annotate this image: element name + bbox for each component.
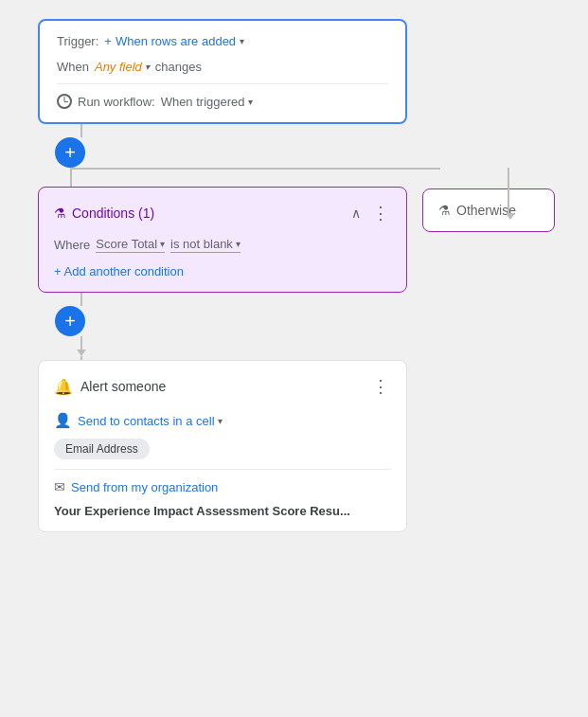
connector-3 <box>80 293 82 306</box>
trigger-action-label: When rows are added <box>116 34 236 48</box>
trigger-when-row: When Any field ▾ changes <box>57 60 388 84</box>
conditions-title: ⚗ Conditions (1) <box>54 206 154 221</box>
arrow-down-icon <box>77 350 86 356</box>
trigger-label: Trigger: <box>57 34 98 48</box>
email-icon: ✉ <box>54 479 65 494</box>
field-arrow: ▾ <box>160 239 165 249</box>
alert-title: 🔔 Alert someone <box>54 378 166 396</box>
any-field-arrow: ▾ <box>145 62 150 72</box>
v-connector-right <box>508 168 509 215</box>
trigger-dropdown-arrow: ▾ <box>240 36 244 46</box>
score-total-dropdown[interactable]: Score Total ▾ <box>96 237 165 253</box>
alert-card: 🔔 Alert someone ⋮ 👤 Send to contacts in … <box>38 360 407 532</box>
add-step-button-2[interactable]: + <box>55 306 85 336</box>
branch-row: ⚗ Conditions (1) ∧ ⋮ Where Score Total ▾… <box>38 187 555 293</box>
changes-label: changes <box>155 60 202 74</box>
otherwise-filter-icon: ⚗ <box>438 203 451 218</box>
clock-icon <box>57 94 72 109</box>
send-contacts-label: Send to contacts in a cell <box>78 414 215 428</box>
trigger-run-row: Run workflow: When triggered ▾ <box>57 94 388 109</box>
add-condition-label: + Add another condition <box>54 264 184 278</box>
bell-icon: 🔔 <box>54 378 73 396</box>
when-label: When <box>57 60 89 74</box>
condition-operator-dropdown[interactable]: is not blank ▾ <box>170 237 241 253</box>
send-contacts-arrow: ▾ <box>218 416 223 426</box>
filter-icon: ⚗ <box>54 206 66 221</box>
run-value: When triggered <box>161 95 245 109</box>
conditions-label: Conditions (1) <box>72 206 154 221</box>
email-subject: Your Experience Impact Assessment Score … <box>54 504 391 518</box>
person-icon: 👤 <box>54 412 72 429</box>
arrow-right-down <box>506 213 515 220</box>
h-connector <box>71 168 440 170</box>
conditions-where-row: Where Score Total ▾ is not blank ▾ <box>54 237 391 253</box>
run-label: Run workflow: <box>78 95 155 109</box>
email-chip: Email Address <box>54 439 150 459</box>
otherwise-wrapper: ⚗ Otherwise <box>422 188 555 232</box>
trigger-action-button[interactable]: + When rows are added ▾ <box>104 34 244 48</box>
alert-divider <box>54 469 391 470</box>
alert-title-label: Alert someone <box>80 379 166 394</box>
operator-arrow: ▾ <box>236 239 241 249</box>
send-from-link[interactable]: Send from my organization <box>71 480 218 494</box>
where-label: Where <box>54 238 90 252</box>
any-field-label: Any field <box>95 60 142 74</box>
alert-header: 🔔 Alert someone ⋮ <box>54 374 391 399</box>
otherwise-card: ⚗ Otherwise <box>422 188 555 232</box>
conditions-collapse-button[interactable]: ∧ <box>349 204 363 223</box>
connector-2 <box>70 168 72 187</box>
add-condition-button[interactable]: + Add another condition <box>54 264 184 278</box>
run-dropdown-arrow: ▾ <box>248 97 253 107</box>
trigger-header: Trigger: + When rows are added ▾ <box>57 34 388 48</box>
send-from-row: ✉ Send from my organization <box>54 479 391 494</box>
conditions-card: ⚗ Conditions (1) ∧ ⋮ Where Score Total ▾… <box>38 187 407 293</box>
condition-operator-label: is not blank <box>170 237 233 251</box>
send-contacts-dropdown[interactable]: Send to contacts in a cell ▾ <box>78 414 223 428</box>
trigger-card: Trigger: + When rows are added ▾ When An… <box>38 19 407 124</box>
conditions-more-button[interactable]: ⋮ <box>370 201 391 225</box>
add-step-button-1[interactable]: + <box>55 137 85 168</box>
plus-small-icon: + <box>104 34 112 48</box>
alert-send-row: 👤 Send to contacts in a cell ▾ <box>54 412 391 429</box>
alert-more-button[interactable]: ⋮ <box>370 374 391 399</box>
connector-1 <box>80 124 82 137</box>
canvas: Trigger: + When rows are added ▾ When An… <box>19 19 569 532</box>
field-label: Score Total <box>96 237 157 251</box>
conditions-header: ⚗ Conditions (1) ∧ ⋮ <box>54 201 391 225</box>
when-triggered-dropdown[interactable]: When triggered ▾ <box>161 95 253 109</box>
any-field-dropdown[interactable]: Any field ▾ <box>95 60 150 74</box>
conditions-actions: ∧ ⋮ <box>349 201 391 225</box>
connector-4 <box>80 336 82 350</box>
